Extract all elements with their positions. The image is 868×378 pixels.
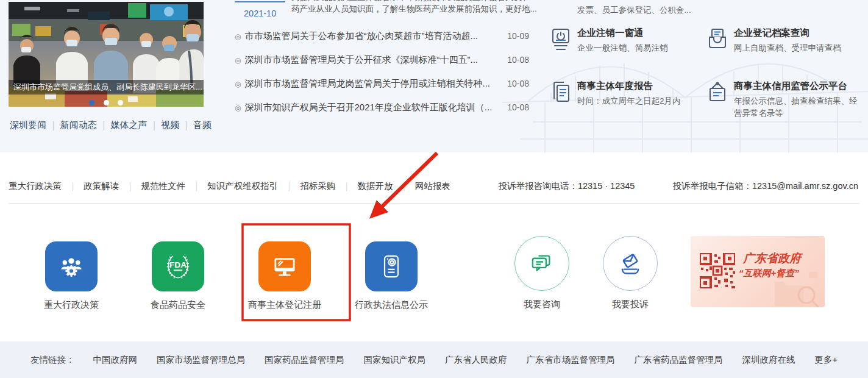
news-title: 深圳市知识产权局关于召开2021年度企业软件正版化培训（... (244, 102, 492, 112)
shortcut-label: 我要咨询 (497, 299, 586, 310)
top-section: 深圳市市场监管局党组成员、副局长陈建民到龙华区... 深圳要闻新闻动态媒体之声视… (0, 0, 868, 152)
carousel-dot[interactable] (118, 100, 123, 105)
complaint-email-label: 投诉举报电子信箱： (672, 181, 752, 191)
active-tab-indicator (235, 1, 285, 2)
news-date: 10-08 (507, 52, 529, 68)
power-document-icon (550, 28, 571, 51)
quicklink-ipr-guide[interactable]: 知识产权维权指引 (207, 181, 300, 191)
footer-link-gd-samr[interactable]: 广东省市场监督管理局 (527, 354, 615, 366)
chat-bubbles-icon (528, 250, 556, 277)
carousel-caption: 深圳市市场监管局党组成员、副局长陈建民到龙华区... (9, 80, 204, 94)
news-first-title-line2[interactable]: 药产业从业人员知识面，了解生物医药产业发展前沿知识，更好地... (291, 4, 530, 15)
carousel-dot[interactable] (104, 100, 109, 105)
service-title: 商事主体年度报告 (577, 80, 653, 93)
media-nav-video[interactable]: 视频 (161, 119, 193, 130)
footer-link-cnipa[interactable]: 国家知识产权局 (364, 354, 426, 366)
news-item[interactable]: ◎深圳市知识产权局关于召开2021年度企业软件正版化培训（... 10-08 (235, 99, 530, 115)
quicklink-open-data[interactable]: 数据开放 (358, 181, 415, 191)
service-title: 商事主体信用监管公示平台 (734, 80, 847, 93)
complaint-phone-label: 投诉举报咨询电话： (498, 181, 578, 191)
shortcut-consult[interactable]: 我要咨询 (497, 236, 586, 310)
people-gear-icon (57, 253, 85, 280)
news-bullet-icon: ◎ (235, 56, 241, 65)
annual-report-icon (550, 81, 571, 104)
news-carousel[interactable]: 深圳市市场监管局党组成员、副局长陈建民到龙华区... (9, 2, 204, 107)
guangdong-supervision-banner[interactable]: 广东省政府 “互联网+督查” (691, 236, 825, 307)
public-board-icon (707, 81, 728, 104)
bodycam-icon (378, 253, 405, 280)
friendly-links-footer: 友情链接： 中国政府网 国家市场监督管理总局 国家药品监督管理局 国家知识产权局… (0, 341, 868, 378)
envelope-slot-icon (616, 250, 644, 277)
friendly-links-label: 友情链接： (30, 354, 75, 366)
shortcut-business-registration[interactable]: 商事主体登记注册 (240, 241, 329, 311)
banner-subtitle: “互联网+督查” (739, 268, 799, 279)
news-title: 深圳市市场监督管理局龙岗监管局关于停用或注销相关特种... (244, 78, 490, 88)
media-nav-audio[interactable]: 音频 (193, 119, 216, 130)
media-nav-shenzhen-news[interactable]: 深圳要闻 (10, 119, 60, 130)
shortcut-label: 食品药品安全 (133, 299, 222, 311)
bridge-watermark (490, 0, 868, 152)
monitor-icon (271, 253, 299, 280)
svg-text:FDA: FDA (169, 260, 187, 269)
news-item[interactable]: ◎深圳市市场监督管理局关于公开征求《深圳标准“十四五”... 10-08 (235, 52, 530, 68)
shortcut-label: 行政执法信息公示 (347, 299, 436, 311)
shortcut-complain[interactable]: 我要投诉 (586, 236, 675, 310)
news-date: 10-09 (507, 28, 529, 44)
media-nav: 深圳要闻新闻动态媒体之声视频音频 (10, 119, 216, 131)
footer-link-samr[interactable]: 国家市场监督管理总局 (157, 354, 245, 366)
service-title: 企业登记档案查询 (734, 27, 809, 40)
news-bullet-icon: ◎ (235, 80, 241, 88)
quicklinks-row: 重大行政决策政策解读规范性文件知识产权维权指引招标采购数据开放网站报表 (9, 180, 464, 192)
media-nav-news-updates[interactable]: 新闻动态 (60, 119, 111, 130)
media-nav-media-voice[interactable]: 媒体之声 (110, 119, 161, 130)
service-desc: 企业一般注销、简易注销 (577, 42, 706, 54)
footer-link-more[interactable]: 更多+ (815, 354, 838, 366)
quicklink-site-reports[interactable]: 网站报表 (415, 181, 464, 191)
news-bullet-icon: ◎ (235, 32, 241, 41)
news-month-label: 2021-10 (244, 9, 276, 18)
news-first-title-clipped[interactable]: 为提高药品类从业主体监管水平，拓宽我市药品类主体监管人员和生物医 (291, 0, 530, 2)
fda-wreath-icon: FDA (163, 252, 193, 280)
footer-link-gov-cn[interactable]: 中国政府网 (93, 354, 138, 366)
quicklink-policy-interpretation[interactable]: 政策解读 (84, 181, 141, 191)
news-title: 深圳市市场监督管理局关于公开征求《深圳标准“十四五”... (244, 54, 478, 65)
shortcut-label: 商事主体登记注册 (240, 299, 329, 311)
service-desc: 网上自助查档、受理申请查档 (734, 42, 863, 54)
quicklink-major-decisions[interactable]: 重大行政决策 (9, 181, 84, 191)
banner-title: 广东省政府 (743, 251, 801, 266)
footer-link-sz-online[interactable]: 深圳政府在线 (742, 354, 795, 366)
shortcut-label: 我要投诉 (586, 299, 675, 310)
complaint-email-address[interactable]: 12315@mail.amr.sz.gov.cn (752, 181, 858, 191)
quicklink-bidding[interactable]: 招标采购 (300, 181, 357, 191)
service-desc: 时间：成立周年之日起2月内 (577, 95, 706, 107)
news-title: 市市场监管局关于公布参加省“放心肉菜超市”培育活动超... (244, 30, 478, 41)
contacts: 投诉举报咨询电话：12315 · 12345 投诉举报电子信箱：12315@ma… (498, 180, 858, 192)
shortcut-label: 重大行政决策 (27, 299, 116, 311)
service-title: 企业注销一窗通 (577, 27, 644, 40)
service-partial-desc: 发票、员工参保登记、公积金... (577, 5, 691, 16)
news-date: 10-08 (507, 99, 529, 115)
archive-tray-icon (707, 28, 728, 51)
shortcut-major-decisions[interactable]: 重大行政决策 (27, 241, 116, 311)
divider (9, 203, 859, 204)
carousel-dot[interactable] (89, 100, 94, 105)
news-panel: 2021-10 为提高药品类从业主体监管水平，拓宽我市药品类主体监管人员和生物医… (235, 0, 530, 152)
complaint-phone-number: 12315 · 12345 (578, 181, 635, 191)
shortcut-law-enforcement-publicity[interactable]: 行政执法信息公示 (347, 241, 436, 311)
news-bullet-icon: ◎ (235, 104, 241, 112)
footer-link-gd-gov[interactable]: 广东省人民政府 (445, 354, 507, 366)
quicklink-normative-documents[interactable]: 规范性文件 (141, 181, 207, 191)
carousel-dots (9, 97, 204, 107)
news-item[interactable]: ◎市市场监管局关于公布参加省“放心肉菜超市”培育活动超... 10-09 (235, 28, 530, 44)
footer-link-nmpa[interactable]: 国家药品监督管理局 (265, 354, 344, 366)
shortcut-food-drug-safety[interactable]: FDA 食品药品安全 (133, 241, 222, 311)
footer-link-gd-nmpa[interactable]: 广东省药品监督管理局 (635, 354, 723, 366)
news-date: 10-08 (507, 76, 529, 91)
qr-code (700, 253, 735, 288)
service-desc: 年报公示信息、抽查检查结果、经营异常名录等 (734, 95, 863, 119)
news-item[interactable]: ◎深圳市市场监督管理局龙岗监管局关于停用或注销相关特种... 10-08 (235, 76, 530, 91)
